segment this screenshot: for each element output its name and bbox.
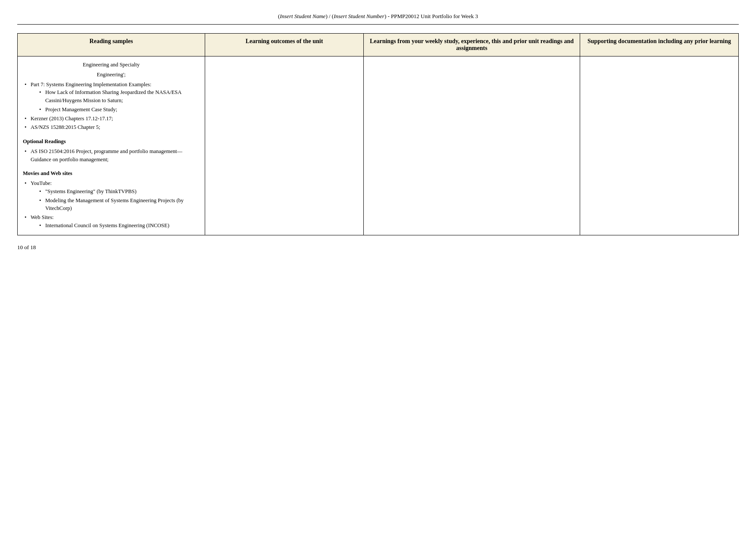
col-header-learning-outcomes: Learning outcomes of the unit [205, 34, 363, 56]
list-item-systems-eng-video: "Systems Engineering" (by ThinkTVPBS) [37, 188, 200, 196]
table-header-row: Reading samples Learning outcomes of the… [18, 34, 739, 56]
web-sites-sub-list: International Council on Systems Enginee… [37, 222, 200, 230]
header-suffix: - PPMP20012 Unit Portfolio for Week 3 [386, 13, 478, 19]
page-footer: 10 of 18 [17, 244, 739, 251]
table-row: Engineering and Specialty Engineering'; … [18, 56, 739, 235]
list-item-nasa: How Lack of Information Sharing Jeopardi… [37, 88, 200, 105]
intro-line-1: Engineering and Specialty [23, 61, 200, 69]
list-item-asnzs: AS/NZS 15288:2015 Chapter 5; [23, 123, 200, 131]
list-item-kerzner: Kerzner (2013) Chapters 17.12-17.17; [23, 115, 200, 123]
movies-web-title: Movies and Web sites [23, 169, 200, 178]
list-item-modeling-video: Modeling the Management of Systems Engin… [37, 197, 200, 213]
list-item-iso: AS ISO 21504:2016 Project, programme and… [23, 147, 200, 164]
learnings-cell [364, 56, 580, 235]
learning-outcomes-cell [205, 56, 363, 235]
intro-line-2: Engineering'; [23, 71, 200, 79]
sub-list-part7: How Lack of Information Sharing Jeopardi… [37, 88, 200, 113]
page-number: 10 of 18 [17, 244, 36, 250]
reading-samples-cell: Engineering and Specialty Engineering'; … [18, 56, 205, 235]
page-header: (Insert Student Name) / (Insert Student … [17, 13, 739, 25]
student-name-placeholder: Insert Student Name [280, 13, 325, 19]
col-header-learnings: Learnings from your weekly study, experi… [364, 34, 580, 56]
list-item-pm-case: Project Management Case Study; [37, 106, 200, 114]
list-item-incose: International Council on Systems Enginee… [37, 222, 200, 230]
student-number-placeholder: Insert Student Number [334, 13, 384, 19]
optional-readings-title: Optional Readings [23, 138, 200, 146]
col-header-supporting: Supporting documentation including any p… [580, 34, 738, 56]
optional-readings-list: AS ISO 21504:2016 Project, programme and… [23, 147, 200, 164]
movies-list: YouTube: "Systems Engineering" (by Think… [23, 179, 200, 230]
main-table: Reading samples Learning outcomes of the… [17, 33, 739, 235]
supporting-cell [580, 56, 738, 235]
list-item-part7: Part 7: Systems Engineering Implementati… [23, 81, 200, 114]
main-reading-list: Part 7: Systems Engineering Implementati… [23, 81, 200, 132]
youtube-sub-list: "Systems Engineering" (by ThinkTVPBS) Mo… [37, 188, 200, 213]
col-header-reading: Reading samples [18, 34, 205, 56]
list-item-web-sites: Web Sites: International Council on Syst… [23, 213, 200, 230]
list-item-youtube: YouTube: "Systems Engineering" (by Think… [23, 179, 200, 213]
